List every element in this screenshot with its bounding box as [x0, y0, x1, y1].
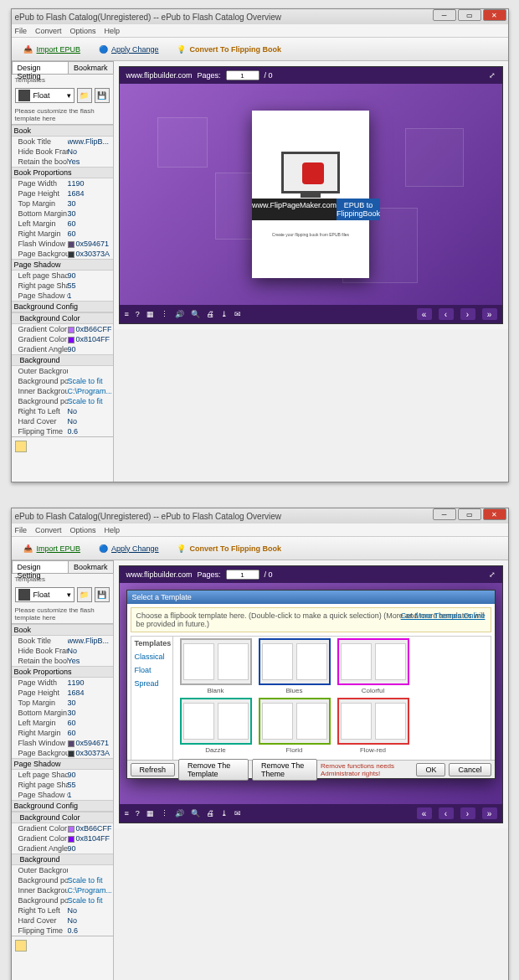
template-caption: Colorful	[337, 687, 409, 694]
monitor-graphic	[281, 152, 340, 193]
page-input[interactable]	[226, 70, 260, 80]
admin-warning: Remove functions needs Administrator rig…	[321, 762, 413, 777]
flip-canvas[interactable]: www.FlipPageMaker.comEPUB to FlippingBoo…	[120, 84, 502, 305]
template-cell[interactable]: Blues	[259, 638, 331, 694]
group-background[interactable]: Background	[12, 854, 113, 865]
close-button[interactable]: ✕	[483, 9, 506, 21]
share-icon[interactable]: ✉	[234, 310, 241, 318]
flip-footer: ≡ ? ▦ ⋮ 🔊 🔍 🖨 ⤓ ✉ « ‹ › »	[120, 305, 502, 323]
template-cell[interactable]: Florid	[259, 698, 331, 754]
fullscreen-icon[interactable]: ⤢	[489, 71, 496, 80]
group-page-shadow[interactable]: Page Shadow	[12, 758, 113, 770]
dialog-title: Select a Template	[127, 591, 495, 604]
group-background-config[interactable]: Background Config	[12, 800, 113, 812]
group-book[interactable]: Book	[12, 125, 113, 137]
chevron-down-icon: ▾	[67, 91, 71, 100]
remove-theme-button[interactable]: Remove The Theme	[252, 759, 317, 781]
tmpl-type-classical[interactable]: Classical	[131, 650, 172, 663]
minimize-button[interactable]: ─	[433, 9, 456, 21]
window-title: ePub to Flash Catalog(Unregistered) -- e…	[15, 13, 281, 22]
template-caption: Blank	[180, 687, 252, 694]
menu-convert[interactable]: Convert	[35, 27, 62, 35]
convert-icon: 💡	[176, 44, 188, 55]
property-description	[12, 436, 113, 482]
group-background[interactable]: Background	[12, 354, 113, 366]
help-icon[interactable]: ?	[136, 310, 140, 318]
banner-product: EPUB to FlippingBook	[337, 199, 380, 220]
tmpl-type-float[interactable]: Float	[131, 663, 172, 677]
sound-icon[interactable]: 🔊	[175, 310, 184, 318]
menu-options[interactable]: Options	[70, 27, 96, 35]
next-page-button[interactable]: ›	[460, 308, 475, 320]
template-caption: Flow-red	[337, 746, 409, 754]
group-book-proportions[interactable]: Book Proportions	[12, 167, 113, 178]
import-icon: 📥	[23, 44, 34, 55]
group-background-config[interactable]: Background Config	[12, 301, 113, 312]
more-themes-link[interactable]: Get More Themes Online	[401, 611, 486, 620]
group-background-color[interactable]: Background Color	[12, 312, 113, 324]
template-cell[interactable]: Blank	[180, 638, 252, 694]
template-caption: Blues	[259, 687, 331, 694]
apply-icon: 🔵	[97, 44, 109, 55]
tab-bookmark[interactable]: Bookmark	[68, 61, 114, 74]
maximize-button[interactable]: ▭	[458, 9, 481, 21]
download-icon[interactable]: ⤓	[221, 310, 228, 318]
pages-label: Pages:	[198, 71, 221, 80]
flip-header: www.flipbuilder.com Pages: / 0 ⤢	[120, 67, 502, 84]
group-background-color[interactable]: Background Color	[12, 812, 113, 823]
refresh-button[interactable]: Refresh	[131, 763, 176, 776]
select-template-dialog: Select a Template Choose a flipbook temp…	[126, 590, 496, 779]
sep: ⋮	[161, 310, 168, 318]
cancel-button[interactable]: Cancel	[449, 763, 491, 776]
template-thumb-icon	[18, 90, 30, 101]
pdf-icon	[302, 162, 324, 184]
titlebar: ePub to Flash Catalog(Unregistered) -- e…	[12, 9, 508, 24]
thumbnails-icon[interactable]: ▦	[146, 310, 154, 318]
left-panel: Design Setting Bookmark Templates Float▾…	[12, 61, 114, 482]
dialog-info: Choose a flipbook template here. (Double…	[131, 607, 491, 632]
last-page-button[interactable]: »	[482, 308, 497, 320]
zoom-icon[interactable]: 🔍	[191, 310, 200, 318]
note-icon	[15, 441, 27, 452]
tmpl-type-spread[interactable]: Spread	[131, 677, 172, 690]
window-2: ePub to Flash Catalog(Unregistered) -- e…	[11, 508, 509, 980]
templates-label: Templates	[12, 75, 113, 85]
menu-help[interactable]: Help	[105, 27, 121, 35]
template-save-button[interactable]: 💾	[95, 88, 110, 103]
first-page-button[interactable]: «	[417, 308, 432, 320]
import-epub-button[interactable]: 📥Import EPUB	[17, 41, 87, 58]
banner-brand: www.FlipPageMaker.com	[252, 199, 337, 220]
ok-button[interactable]: OK	[416, 763, 445, 776]
window-1: ePub to Flash Catalog(Unregistered) -- e…	[11, 8, 509, 482]
template-caption: Florid	[259, 746, 331, 754]
template-caption: Dazzle	[180, 746, 252, 754]
group-page-shadow[interactable]: Page Shadow	[12, 259, 113, 271]
total-pages: / 0	[265, 71, 273, 80]
template-hint: Please customize the flash template here	[12, 106, 113, 124]
property-grid: Book Book Titlewww.FlipB... Hide Book Fr…	[12, 124, 113, 436]
template-browse-button[interactable]: 📁	[77, 88, 92, 103]
template-type-list: Templates Classical Float Spread	[131, 637, 173, 760]
group-book-proportions[interactable]: Book Proportions	[12, 666, 113, 678]
template-cell[interactable]: Dazzle	[180, 698, 252, 754]
template-cell[interactable]: Colorful	[337, 638, 409, 694]
book-page: www.FlipPageMaker.comEPUB to FlippingBoo…	[252, 111, 369, 278]
template-dropdown[interactable]: Float▾	[15, 88, 75, 103]
brand-label: www.flipbuilder.com	[126, 71, 193, 80]
template-cell[interactable]: Flow-red	[337, 698, 409, 754]
convert-button[interactable]: 💡Convert To Flipping Book	[170, 41, 287, 58]
menu-file[interactable]: File	[15, 27, 28, 35]
remove-template-button[interactable]: Remove The Template	[178, 759, 249, 781]
apply-change-button[interactable]: 🔵Apply Change	[91, 41, 165, 58]
banner-sub: Create your flipping book from EPUB file…	[272, 232, 349, 237]
print-icon[interactable]: 🖨	[207, 310, 214, 318]
tab-design-setting[interactable]: Design Setting	[12, 61, 69, 74]
menubar: File Convert Options Help	[12, 24, 508, 38]
preview-area: www.flipbuilder.com Pages: / 0 ⤢	[114, 61, 508, 329]
group-book[interactable]: Book	[12, 624, 113, 636]
prev-page-button[interactable]: ‹	[439, 308, 454, 320]
toc-icon[interactable]: ≡	[125, 310, 129, 318]
toolbar: 📥Import EPUB 🔵Apply Change 💡Convert To F…	[12, 38, 508, 61]
